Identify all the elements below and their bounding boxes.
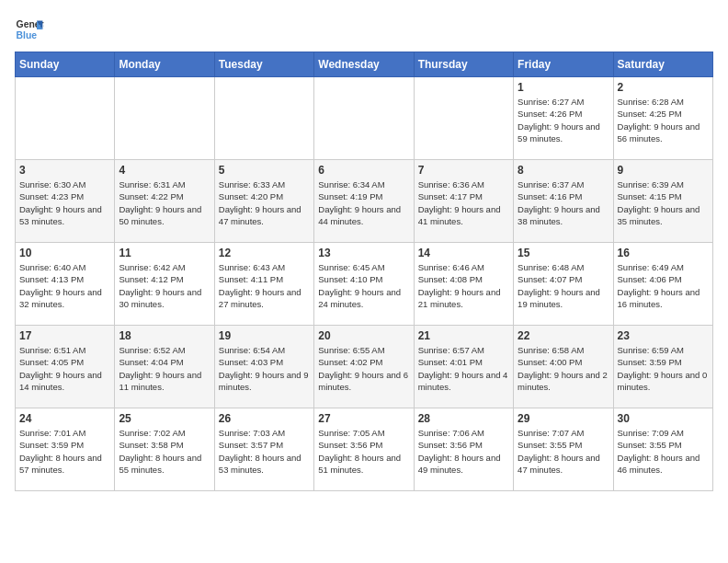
- day-info: Sunrise: 7:06 AM Sunset: 3:56 PM Dayligh…: [418, 427, 509, 476]
- day-info: Sunrise: 6:52 AM Sunset: 4:04 PM Dayligh…: [119, 344, 210, 393]
- header-sunday: Sunday: [16, 52, 115, 77]
- day-info: Sunrise: 6:36 AM Sunset: 4:17 PM Dayligh…: [418, 178, 509, 227]
- day-number: 24: [19, 412, 110, 425]
- day-number: 25: [119, 412, 210, 425]
- day-number: 17: [19, 329, 110, 342]
- day-info: Sunrise: 6:45 AM Sunset: 4:10 PM Dayligh…: [318, 261, 409, 310]
- header: General Blue: [15, 15, 713, 44]
- day-info: Sunrise: 6:59 AM Sunset: 3:59 PM Dayligh…: [618, 344, 709, 393]
- header-row: SundayMondayTuesdayWednesdayThursdayFrid…: [16, 52, 713, 77]
- calendar-cell: 4Sunrise: 6:31 AM Sunset: 4:22 PM Daylig…: [115, 160, 214, 243]
- day-info: Sunrise: 6:48 AM Sunset: 4:07 PM Dayligh…: [518, 261, 609, 310]
- day-number: 15: [518, 247, 609, 259]
- calendar-header: SundayMondayTuesdayWednesdayThursdayFrid…: [16, 52, 713, 77]
- day-info: Sunrise: 6:49 AM Sunset: 4:06 PM Dayligh…: [618, 261, 709, 310]
- calendar-cell: 7Sunrise: 6:36 AM Sunset: 4:17 PM Daylig…: [414, 160, 513, 243]
- calendar-cell: 23Sunrise: 6:59 AM Sunset: 3:59 PM Dayli…: [613, 326, 712, 408]
- day-info: Sunrise: 6:31 AM Sunset: 4:22 PM Dayligh…: [119, 178, 210, 227]
- day-number: 26: [219, 412, 310, 425]
- calendar-cell: 11Sunrise: 6:42 AM Sunset: 4:12 PM Dayli…: [115, 243, 214, 326]
- header-wednesday: Wednesday: [314, 52, 414, 77]
- calendar-cell: 16Sunrise: 6:49 AM Sunset: 4:06 PM Dayli…: [613, 243, 712, 326]
- day-info: Sunrise: 6:51 AM Sunset: 4:05 PM Dayligh…: [19, 344, 110, 393]
- day-number: 28: [418, 412, 509, 425]
- calendar-cell: 15Sunrise: 6:48 AM Sunset: 4:07 PM Dayli…: [514, 243, 613, 326]
- day-number: 2: [618, 81, 709, 94]
- calendar-cell: 9Sunrise: 6:39 AM Sunset: 4:15 PM Daylig…: [613, 160, 712, 243]
- week-row-4: 24Sunrise: 7:01 AM Sunset: 3:59 PM Dayli…: [16, 408, 713, 491]
- calendar-cell: 19Sunrise: 6:54 AM Sunset: 4:03 PM Dayli…: [214, 326, 313, 408]
- calendar-cell: 8Sunrise: 6:37 AM Sunset: 4:16 PM Daylig…: [514, 160, 613, 243]
- day-number: 29: [518, 412, 609, 425]
- day-info: Sunrise: 6:42 AM Sunset: 4:12 PM Dayligh…: [119, 261, 210, 310]
- calendar-cell: [115, 77, 214, 160]
- calendar-cell: 28Sunrise: 7:06 AM Sunset: 3:56 PM Dayli…: [414, 408, 513, 491]
- day-info: Sunrise: 6:27 AM Sunset: 4:26 PM Dayligh…: [518, 96, 609, 144]
- calendar-body: 1Sunrise: 6:27 AM Sunset: 4:26 PM Daylig…: [16, 77, 713, 491]
- day-info: Sunrise: 7:01 AM Sunset: 3:59 PM Dayligh…: [19, 427, 110, 476]
- day-number: 8: [518, 164, 609, 177]
- day-info: Sunrise: 6:54 AM Sunset: 4:03 PM Dayligh…: [219, 344, 310, 393]
- header-thursday: Thursday: [414, 52, 513, 77]
- day-number: 4: [119, 164, 210, 177]
- day-number: 13: [318, 247, 409, 259]
- header-saturday: Saturday: [613, 52, 712, 77]
- calendar-cell: 24Sunrise: 7:01 AM Sunset: 3:59 PM Dayli…: [16, 408, 115, 491]
- calendar-cell: 2Sunrise: 6:28 AM Sunset: 4:25 PM Daylig…: [613, 77, 712, 160]
- day-number: 20: [318, 329, 409, 342]
- day-number: 1: [518, 81, 609, 94]
- day-info: Sunrise: 6:43 AM Sunset: 4:11 PM Dayligh…: [219, 261, 310, 310]
- day-number: 19: [219, 329, 310, 342]
- day-info: Sunrise: 6:39 AM Sunset: 4:15 PM Dayligh…: [618, 178, 709, 227]
- calendar-cell: 6Sunrise: 6:34 AM Sunset: 4:19 PM Daylig…: [314, 160, 414, 243]
- calendar-cell: 3Sunrise: 6:30 AM Sunset: 4:23 PM Daylig…: [16, 160, 115, 243]
- day-info: Sunrise: 7:09 AM Sunset: 3:55 PM Dayligh…: [618, 427, 709, 476]
- day-number: 14: [418, 247, 509, 259]
- calendar-cell: 17Sunrise: 6:51 AM Sunset: 4:05 PM Dayli…: [16, 326, 115, 408]
- day-info: Sunrise: 6:34 AM Sunset: 4:19 PM Dayligh…: [318, 178, 409, 227]
- calendar-cell: 1Sunrise: 6:27 AM Sunset: 4:26 PM Daylig…: [514, 77, 613, 160]
- day-info: Sunrise: 6:46 AM Sunset: 4:08 PM Dayligh…: [418, 261, 509, 310]
- day-number: 11: [119, 247, 210, 259]
- logo: General Blue: [15, 15, 48, 44]
- day-info: Sunrise: 6:28 AM Sunset: 4:25 PM Dayligh…: [618, 96, 709, 144]
- header-friday: Friday: [514, 52, 613, 77]
- week-row-3: 17Sunrise: 6:51 AM Sunset: 4:05 PM Dayli…: [16, 326, 713, 408]
- calendar-cell: [214, 77, 313, 160]
- day-info: Sunrise: 6:30 AM Sunset: 4:23 PM Dayligh…: [19, 178, 110, 227]
- header-tuesday: Tuesday: [214, 52, 313, 77]
- day-info: Sunrise: 6:58 AM Sunset: 4:00 PM Dayligh…: [518, 344, 609, 393]
- calendar-cell: 13Sunrise: 6:45 AM Sunset: 4:10 PM Dayli…: [314, 243, 414, 326]
- calendar-cell: 14Sunrise: 6:46 AM Sunset: 4:08 PM Dayli…: [414, 243, 513, 326]
- day-number: 30: [618, 412, 709, 425]
- calendar-cell: 18Sunrise: 6:52 AM Sunset: 4:04 PM Dayli…: [115, 326, 214, 408]
- day-number: 6: [318, 164, 409, 177]
- week-row-1: 3Sunrise: 6:30 AM Sunset: 4:23 PM Daylig…: [16, 160, 713, 243]
- calendar-cell: 22Sunrise: 6:58 AM Sunset: 4:00 PM Dayli…: [514, 326, 613, 408]
- day-info: Sunrise: 7:07 AM Sunset: 3:55 PM Dayligh…: [518, 427, 609, 476]
- day-number: 9: [618, 164, 709, 177]
- day-number: 12: [219, 247, 310, 259]
- day-info: Sunrise: 7:02 AM Sunset: 3:58 PM Dayligh…: [119, 427, 210, 476]
- day-number: 22: [518, 329, 609, 342]
- logo-icon: General Blue: [15, 15, 44, 44]
- calendar-cell: 29Sunrise: 7:07 AM Sunset: 3:55 PM Dayli…: [514, 408, 613, 491]
- week-row-2: 10Sunrise: 6:40 AM Sunset: 4:13 PM Dayli…: [16, 243, 713, 326]
- day-info: Sunrise: 7:05 AM Sunset: 3:56 PM Dayligh…: [318, 427, 409, 476]
- calendar-cell: 12Sunrise: 6:43 AM Sunset: 4:11 PM Dayli…: [214, 243, 313, 326]
- svg-text:Blue: Blue: [17, 30, 38, 40]
- day-info: Sunrise: 7:03 AM Sunset: 3:57 PM Dayligh…: [219, 427, 310, 476]
- calendar-cell: [16, 77, 115, 160]
- calendar-cell: 27Sunrise: 7:05 AM Sunset: 3:56 PM Dayli…: [314, 408, 414, 491]
- day-number: 5: [219, 164, 310, 177]
- header-monday: Monday: [115, 52, 214, 77]
- calendar-cell: [314, 77, 414, 160]
- day-number: 18: [119, 329, 210, 342]
- day-info: Sunrise: 6:33 AM Sunset: 4:20 PM Dayligh…: [219, 178, 310, 227]
- calendar-cell: 5Sunrise: 6:33 AM Sunset: 4:20 PM Daylig…: [214, 160, 313, 243]
- day-info: Sunrise: 6:55 AM Sunset: 4:02 PM Dayligh…: [318, 344, 409, 393]
- day-number: 10: [19, 247, 110, 259]
- day-info: Sunrise: 6:37 AM Sunset: 4:16 PM Dayligh…: [518, 178, 609, 227]
- day-number: 7: [418, 164, 509, 177]
- day-number: 21: [418, 329, 509, 342]
